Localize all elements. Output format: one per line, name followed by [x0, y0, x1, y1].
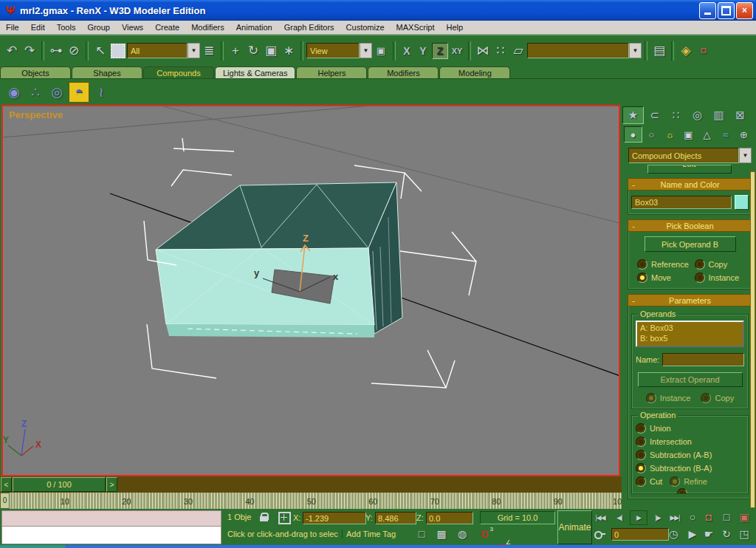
redo-icon[interactable]: ↷: [21, 42, 38, 60]
shapes-category-icon[interactable]: ○: [642, 126, 661, 143]
operation-subtraction-ba-radio[interactable]: Subtraction (B-A): [636, 462, 744, 475]
select-and-move-icon[interactable]: +: [227, 42, 244, 60]
extract-copy-radio[interactable]: Copy: [701, 391, 734, 405]
conform-icon[interactable]: ◎: [47, 83, 66, 102]
menu-item[interactable]: Help: [441, 22, 470, 32]
select-and-rotate-icon[interactable]: ↻: [245, 42, 261, 60]
systems-category-icon[interactable]: ⊕: [735, 126, 753, 143]
operation-subtraction-ab-radio[interactable]: Subtraction (A-B): [636, 448, 744, 462]
selection-filter-dropdown[interactable]: All: [127, 43, 188, 58]
menu-item[interactable]: Customize: [340, 22, 391, 32]
region-zoom-icon[interactable]: ◘: [701, 510, 716, 524]
animate-button[interactable]: Animate: [557, 510, 592, 544]
cameras-category-icon[interactable]: ▣: [679, 126, 698, 143]
menu-item[interactable]: Graph Editors: [278, 22, 340, 32]
perspective-viewport[interactable]: Z x y Z X Y Perspective: [1, 105, 620, 476]
object-color-swatch[interactable]: [735, 195, 749, 210]
y-coordinate-field[interactable]: 8.486: [375, 512, 416, 524]
category-tab[interactable]: Modeling: [439, 66, 510, 78]
maxscript-listener-pink[interactable]: [1, 510, 221, 527]
track-bar-frame-marker[interactable]: 0: [0, 493, 10, 509]
time-configuration-icon[interactable]: ◷: [666, 527, 681, 541]
select-and-link-icon[interactable]: ⊶: [48, 42, 64, 60]
named-selection-sets-dropdown-arrow[interactable]: ▼: [629, 43, 642, 58]
asset-browser-icon[interactable]: ¤: [695, 42, 712, 60]
operation-intersection-radio[interactable]: Intersection: [636, 435, 744, 448]
menu-item[interactable]: Tools: [51, 22, 82, 32]
shade-selected-icon[interactable]: □: [414, 527, 429, 541]
restrict-y-button[interactable]: Y: [416, 44, 430, 58]
object-category-dropdown-arrow[interactable]: ▼: [739, 148, 752, 163]
object-name-field[interactable]: Box03: [631, 196, 732, 209]
operation-union-radio[interactable]: Union: [636, 422, 744, 435]
degradation-override-icon[interactable]: ◍: [455, 527, 470, 541]
menu-item[interactable]: Create: [149, 22, 185, 32]
named-selection-sets-dropdown[interactable]: [527, 43, 629, 58]
category-tab[interactable]: Modifiers: [368, 66, 439, 78]
add-time-tag[interactable]: Add Time Tag: [342, 530, 408, 538]
zoom-extents-icon[interactable]: □: [719, 510, 734, 524]
category-tab[interactable]: Compounds: [143, 66, 214, 78]
operand-name-field[interactable]: [662, 353, 744, 366]
align-icon[interactable]: ▱: [510, 42, 526, 60]
restore-button[interactable]: [718, 2, 735, 19]
extract-instance-radio[interactable]: Instance: [646, 391, 691, 405]
geometry-category-icon[interactable]: ●: [624, 126, 642, 143]
unlink-selection-icon[interactable]: ⊘: [66, 42, 82, 60]
clone-copy-radio[interactable]: Copy: [695, 258, 749, 271]
hierarchy-tab-icon[interactable]: ∷: [665, 106, 687, 124]
operands-list[interactable]: A: Box03B: box5: [636, 321, 744, 347]
menu-item[interactable]: File: [0, 22, 25, 32]
clone-move-radio[interactable]: Move: [637, 271, 690, 284]
object-type-loft-button[interactable]: Loft: [647, 165, 732, 174]
menu-item[interactable]: Views: [116, 22, 149, 32]
modify-tab-icon[interactable]: ⊂: [644, 106, 665, 124]
zoom-icon[interactable]: ○: [685, 510, 700, 524]
scatter-icon[interactable]: ∴: [26, 83, 45, 102]
select-by-name-icon[interactable]: ≣: [201, 42, 217, 60]
minimize-button[interactable]: [699, 2, 716, 19]
loft-icon[interactable]: ≀: [92, 83, 111, 102]
viewport-canvas[interactable]: Z x y Z X Y: [3, 106, 619, 475]
category-tab[interactable]: Lights & Cameras: [215, 66, 295, 78]
material-editor-icon[interactable]: ◈: [678, 42, 694, 60]
display-tab-icon[interactable]: ▥: [708, 106, 729, 124]
min-max-toggle-icon[interactable]: ◳: [737, 527, 752, 541]
set-key-icon[interactable]: [594, 531, 605, 537]
go-to-end-icon[interactable]: ▶▶|: [667, 511, 682, 524]
operand-item[interactable]: B: box5: [640, 333, 740, 343]
select-and-scale-icon[interactable]: ▣: [263, 42, 279, 60]
x-coordinate-field[interactable]: -1.239: [303, 512, 366, 524]
go-to-start-icon[interactable]: |◀◀: [593, 511, 608, 524]
parameters-header[interactable]: - Parameters: [628, 294, 752, 306]
z-coordinate-field[interactable]: 0.0: [426, 512, 473, 524]
menu-item[interactable]: MAXScript: [391, 22, 441, 32]
pick-boolean-header[interactable]: - Pick Boolean: [628, 219, 752, 232]
select-and-manipulate-icon[interactable]: ∗: [281, 42, 297, 60]
previous-frame-icon[interactable]: ◀|: [612, 511, 627, 524]
category-tab[interactable]: Helpers: [296, 66, 367, 78]
clone-reference-radio[interactable]: Reference: [637, 258, 690, 271]
time-slider[interactable]: 0 / 100: [13, 477, 106, 492]
category-tab[interactable]: Shapes: [72, 66, 142, 78]
snap-toggle-icon[interactable]: Ω3: [477, 527, 492, 541]
panel-scrollbar[interactable]: [750, 171, 755, 508]
lights-category-icon[interactable]: ☼: [661, 126, 679, 143]
pick-operand-b-button[interactable]: Pick Operand B: [645, 236, 736, 252]
selection-filter-dropdown-arrow[interactable]: ▼: [188, 43, 200, 58]
space-warps-category-icon[interactable]: ≈: [716, 126, 735, 143]
arc-rotate-icon[interactable]: ↻: [719, 527, 734, 541]
morph-icon[interactable]: ◉: [4, 83, 24, 102]
viewport-label[interactable]: Perspective: [9, 109, 63, 120]
operand-item[interactable]: A: Box03: [640, 323, 740, 333]
absolute-relative-coords-icon[interactable]: [278, 512, 291, 524]
next-frame-nub[interactable]: >: [106, 477, 117, 492]
maxscript-listener-white[interactable]: [1, 526, 221, 544]
reference-coordinate-dropdown-arrow[interactable]: ▼: [360, 43, 372, 58]
key-mode-toggle-icon[interactable]: ▶: [685, 527, 700, 541]
current-frame-field[interactable]: 0: [611, 528, 669, 541]
restrict-z-button[interactable]: Z: [432, 43, 448, 59]
play-button-icon[interactable]: ▶: [630, 510, 647, 525]
menu-item[interactable]: Group: [81, 22, 116, 32]
boolean-box-object[interactable]: [156, 182, 402, 338]
